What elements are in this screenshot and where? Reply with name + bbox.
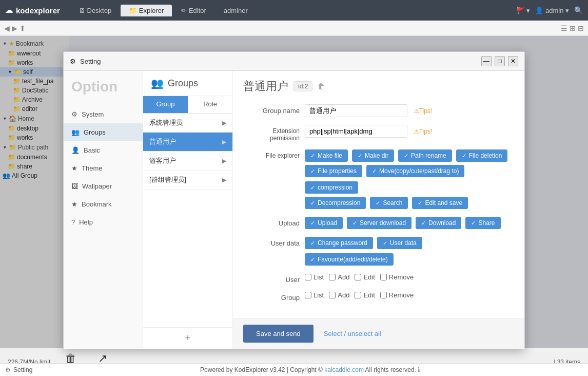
tab-desktop[interactable]: 🖥 Desktop bbox=[70, 5, 120, 16]
group-perm-list[interactable]: List bbox=[305, 291, 324, 299]
perm-upload[interactable]: ✓ Upload bbox=[305, 217, 343, 229]
group-name-input[interactable] bbox=[305, 104, 407, 117]
option-menu-bookmark[interactable]: ★ Bookmark bbox=[64, 195, 143, 213]
perm-server-download[interactable]: ✓ Server download bbox=[347, 217, 411, 229]
group-item-normaluser[interactable]: 普通用户 ▶ bbox=[143, 133, 232, 152]
user-edit-checkbox[interactable] bbox=[355, 274, 361, 280]
option-menu-help[interactable]: ? Help bbox=[64, 213, 143, 231]
file-explorer-perms-3: ✓ Decompression ✓ Search ✓ Edit and save bbox=[305, 197, 514, 209]
user-row-content: List Add Edit Remove bbox=[305, 273, 514, 281]
perm-path-rename[interactable]: ✓ Path rename bbox=[398, 149, 452, 162]
group-edit-checkbox[interactable] bbox=[355, 292, 361, 298]
user-delete-button[interactable]: 🗑 bbox=[318, 82, 325, 90]
user-perm-add[interactable]: Add bbox=[329, 273, 349, 281]
file-explorer-label: File explorer bbox=[243, 149, 300, 159]
perm-file-properties[interactable]: ✓ File properties bbox=[305, 165, 362, 177]
group-row-content: List Add Edit Remove bbox=[305, 291, 514, 299]
user-perm-list[interactable]: List bbox=[305, 273, 324, 281]
modal-header: ⚙ Setting — □ ✕ bbox=[64, 52, 524, 71]
groups-header-icon: 👥 bbox=[151, 77, 164, 89]
perm-change-password[interactable]: ✓ Change password bbox=[305, 237, 373, 249]
modal-restore-button[interactable]: □ bbox=[495, 56, 505, 66]
group-row-label: Group bbox=[243, 291, 300, 302]
groups-header-title: Groups bbox=[168, 78, 198, 89]
tab-role[interactable]: Role bbox=[188, 96, 232, 113]
tab-editor[interactable]: ✏ Editor bbox=[173, 5, 214, 16]
ext-perm-content: ⚠Tips! bbox=[305, 125, 514, 138]
modal-minimize-button[interactable]: — bbox=[481, 56, 492, 66]
group-remove-checkbox[interactable] bbox=[380, 292, 387, 298]
group-name-tips[interactable]: ⚠Tips! bbox=[414, 107, 433, 115]
user-id-badge: id:2 bbox=[293, 81, 312, 91]
option-menu-groups[interactable]: 👥 Groups bbox=[64, 123, 143, 141]
group-list-checkbox[interactable] bbox=[305, 292, 311, 298]
option-menu-basic[interactable]: 👤 Basic bbox=[64, 141, 143, 159]
save-send-button[interactable]: Save and send bbox=[243, 325, 313, 343]
perm-move-copy[interactable]: ✓ Move(copy/cute/past/drag to) bbox=[366, 165, 464, 177]
modal-close-button[interactable]: ✕ bbox=[508, 56, 518, 66]
group-arrow-icon: ▶ bbox=[222, 158, 226, 164]
group-arrow-icon: ▶ bbox=[222, 177, 226, 183]
user-perm-remove[interactable]: Remove bbox=[380, 273, 414, 281]
tab-explorer[interactable]: 📁 Explorer bbox=[121, 5, 172, 16]
option-sidebar: Option ⚙ System 👥 Groups 👤 Basic ★ bbox=[64, 71, 143, 349]
select-unselect-all-link[interactable]: Select / unselect all bbox=[324, 330, 381, 337]
setting-taskbar-item[interactable]: ⚙ Setting bbox=[5, 366, 32, 373]
perm-make-dir[interactable]: ✓ Make dir bbox=[352, 149, 394, 162]
user-data-content: ✓ Change password ✓ User data ✓ Favourit… bbox=[305, 237, 514, 266]
perm-download[interactable]: ✓ Download bbox=[416, 217, 461, 229]
toolbar-nav-icons: ◀ ▶ ⬆ bbox=[4, 24, 26, 32]
ext-perm-tips[interactable]: ⚠Tips! bbox=[414, 128, 433, 135]
group-perm-remove[interactable]: Remove bbox=[380, 291, 414, 299]
user-perm-edit[interactable]: Edit bbox=[355, 273, 375, 281]
perm-compression[interactable]: ✓ compression bbox=[305, 181, 358, 194]
help-icon: ? bbox=[71, 218, 75, 226]
check-icon: ✓ bbox=[310, 168, 315, 175]
group-perm-edit[interactable]: Edit bbox=[355, 291, 375, 299]
option-menu-theme[interactable]: ★ Theme bbox=[64, 159, 143, 177]
group-add-button[interactable]: + bbox=[143, 327, 232, 349]
search-icon-top[interactable]: 🔍 bbox=[574, 6, 583, 14]
perm-file-deletion[interactable]: ✓ File deletion bbox=[456, 149, 508, 162]
check-icon: ✓ bbox=[358, 153, 362, 159]
group-item-sysadmin[interactable]: 系统管理员 ▶ bbox=[143, 114, 232, 133]
bookmark-icon: ★ bbox=[71, 200, 77, 208]
bottom-bar: ⚙ Setting Powered by KodExplorer v3.42 |… bbox=[0, 363, 588, 376]
group-item-groupmanager[interactable]: [群组管理员] ▶ bbox=[143, 171, 232, 190]
group-arrow-icon: ▶ bbox=[222, 139, 226, 145]
perm-make-file[interactable]: ✓ Make file bbox=[305, 149, 348, 162]
group-name-content: ⚠Tips! bbox=[305, 104, 514, 117]
tab-adminer[interactable]: adminer bbox=[215, 5, 256, 16]
option-menu-system[interactable]: ⚙ System bbox=[64, 105, 143, 123]
perm-user-data[interactable]: ✓ User data bbox=[377, 237, 422, 249]
app-logo[interactable]: ☁ kodexplorer bbox=[5, 6, 60, 15]
user-list-checkbox[interactable] bbox=[305, 274, 311, 280]
user-menu[interactable]: 👤 admin ▾ bbox=[535, 7, 569, 14]
group-perm-add[interactable]: Add bbox=[329, 291, 349, 299]
groups-tabs: Group Role bbox=[143, 96, 232, 114]
user-row: User List Add bbox=[243, 273, 514, 284]
user-add-checkbox[interactable] bbox=[329, 274, 336, 280]
group-item-guestuser[interactable]: 游客用户 ▶ bbox=[143, 152, 232, 171]
explorer-icon: 📁 bbox=[129, 7, 137, 14]
group-name-label: Group name bbox=[243, 104, 300, 115]
user-data-label: User data bbox=[243, 237, 300, 247]
user-remove-checkbox[interactable] bbox=[380, 274, 387, 280]
perm-search[interactable]: ✓ Search bbox=[370, 197, 408, 209]
perm-edit-save[interactable]: ✓ Edit and save bbox=[412, 197, 468, 209]
tab-group[interactable]: Group bbox=[143, 96, 188, 113]
flag-icon[interactable]: 🚩 ▾ bbox=[517, 7, 531, 14]
user-header: 普通用户 id:2 🗑 bbox=[243, 79, 514, 94]
ext-perm-input[interactable] bbox=[305, 125, 407, 138]
group-add-checkbox[interactable] bbox=[329, 292, 336, 298]
perm-decompression[interactable]: ✓ Decompression bbox=[305, 197, 366, 209]
kalcaddle-link[interactable]: kalcaddle.com bbox=[324, 366, 364, 373]
option-menu-wallpaper[interactable]: 🖼 Wallpaper bbox=[64, 177, 143, 195]
perm-favourite[interactable]: ✓ Favourite(add/edit/delete) bbox=[305, 253, 394, 266]
upload-row: Upload ✓ Upload ✓ Server download ✓ Down… bbox=[243, 217, 514, 229]
check-icon: ✓ bbox=[471, 220, 476, 227]
perm-share[interactable]: ✓ Share bbox=[465, 217, 500, 229]
logo-cloud-icon: ☁ bbox=[5, 6, 13, 15]
topbar-right: 🚩 ▾ 👤 admin ▾ 🔍 bbox=[517, 6, 583, 14]
option-title: Option bbox=[64, 79, 143, 105]
